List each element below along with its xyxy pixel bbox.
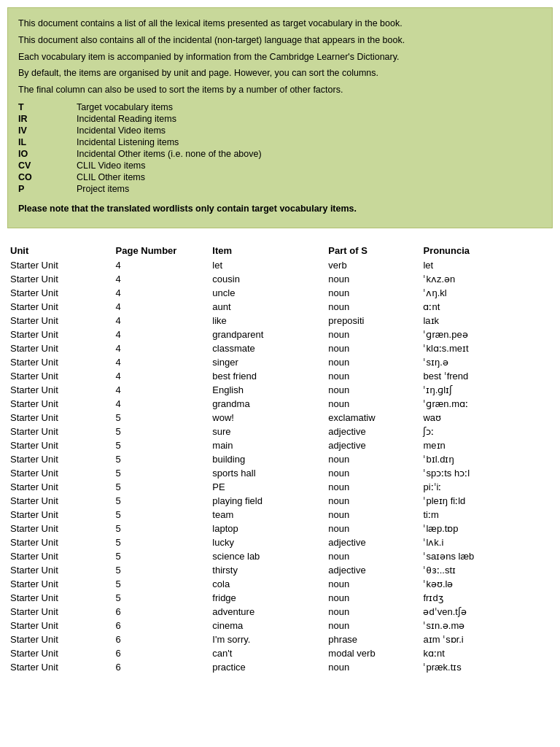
table-cell: exclamatiw — [328, 411, 423, 425]
key-code: IL — [18, 136, 77, 148]
table-cell: 4 — [116, 369, 213, 383]
table-cell: 4 — [116, 397, 213, 411]
table-row: Starter Unit6can'tmodal verbkɑːnt — [10, 646, 550, 660]
table-row: Starter Unit4likeprepositilaɪk — [10, 314, 550, 328]
table-cell: best ˈfrend — [423, 369, 550, 383]
key-row: CVCLIL Video items — [18, 160, 265, 171]
table-cell: adjective — [328, 425, 423, 438]
table-cell: noun — [328, 494, 423, 508]
table-cell: 4 — [116, 328, 213, 341]
table-cell: 6 — [116, 632, 213, 646]
table-cell: cousin — [212, 272, 328, 286]
table-cell: let — [423, 258, 550, 272]
table-cell: aunt — [212, 300, 328, 314]
table-cell: Starter Unit — [10, 577, 116, 591]
table-row: Starter Unit4letverblet — [10, 258, 550, 272]
table-header[interactable]: Page Number — [116, 243, 213, 258]
table-cell: Starter Unit — [10, 591, 116, 605]
table-cell: 5 — [116, 577, 213, 591]
table-cell: ˈɡræn.mɑː — [423, 397, 550, 411]
table-cell: 5 — [116, 522, 213, 535]
key-code: CO — [18, 171, 77, 183]
table-cell: noun — [328, 591, 423, 605]
table-cell: noun — [328, 452, 423, 466]
table-cell: noun — [328, 341, 423, 355]
table-cell: kɑːnt — [423, 646, 550, 660]
table-cell: ˈsɪn.ə.mə — [423, 619, 550, 632]
table-cell: noun — [328, 605, 423, 619]
table-cell: 5 — [116, 563, 213, 577]
key-label: Incidental Other items (i.e. none of the… — [77, 148, 265, 160]
table-header[interactable]: Item — [212, 243, 328, 258]
table-cell: adjective — [328, 535, 423, 549]
table-cell: 5 — [116, 494, 213, 508]
table-cell: 5 — [116, 480, 213, 494]
table-cell: Starter Unit — [10, 258, 116, 272]
table-cell: adjective — [328, 563, 423, 577]
table-cell: main — [212, 438, 328, 452]
table-cell: 4 — [116, 272, 213, 286]
table-row: Starter Unit5PEnounpiːˈiː — [10, 480, 550, 494]
table-cell: ˈspɔːts hɔːl — [423, 466, 550, 480]
table-header[interactable]: Part of S — [328, 243, 423, 258]
table-cell: Starter Unit — [10, 494, 116, 508]
key-code: IV — [18, 125, 77, 136]
table-cell: frɪdʒ — [423, 591, 550, 605]
table-cell: Starter Unit — [10, 632, 116, 646]
table-cell: 5 — [116, 549, 213, 563]
info-box: This document contains a list of all the… — [7, 7, 553, 228]
table-cell: 5 — [116, 535, 213, 549]
table-header[interactable]: Unit — [10, 243, 116, 258]
table-cell: Starter Unit — [10, 480, 116, 494]
table-cell: uncle — [212, 286, 328, 300]
table-cell: noun — [328, 369, 423, 383]
info-para-5: The final column can also be used to sor… — [18, 83, 542, 97]
table-cell: 5 — [116, 411, 213, 425]
table-cell: 6 — [116, 646, 213, 660]
table-cell: ˈkʌz.ən — [423, 272, 550, 286]
table-cell: Starter Unit — [10, 272, 116, 286]
table-cell: ˈɡræn.peə — [423, 328, 550, 341]
table-row: Starter Unit5sports hallnounˈspɔːts hɔːl — [10, 466, 550, 480]
table-cell: noun — [328, 355, 423, 369]
table-cell: ˈʌŋ.kl — [423, 286, 550, 300]
key-label: CLIL Other items — [77, 171, 265, 183]
table-cell: Starter Unit — [10, 466, 116, 480]
key-row: TTarget vocabulary items — [18, 101, 265, 113]
table-cell: Starter Unit — [10, 328, 116, 341]
table-row: Starter Unit6practicenounˈpræk.tɪs — [10, 660, 550, 674]
table-cell: 4 — [116, 300, 213, 314]
table-cell: phrase — [328, 632, 423, 646]
table-cell: noun — [328, 300, 423, 314]
key-row: COCLIL Other items — [18, 171, 265, 183]
table-cell: let — [212, 258, 328, 272]
table-cell: modal verb — [328, 646, 423, 660]
table-cell: ˈklɑːs.meɪt — [423, 341, 550, 355]
table-cell: 4 — [116, 383, 213, 397]
table-cell: Starter Unit — [10, 286, 116, 300]
key-row: IRIncidental Reading items — [18, 113, 265, 125]
table-row: Starter Unit4singernounˈsɪŋ.ə — [10, 355, 550, 369]
table-cell: noun — [328, 577, 423, 591]
table-cell: Starter Unit — [10, 411, 116, 425]
vocab-table-wrapper: UnitPage NumberItemPart of SPronuncia St… — [0, 236, 560, 681]
table-cell: ˈθɜː..stɪ — [423, 563, 550, 577]
table-cell: Starter Unit — [10, 383, 116, 397]
table-cell: singer — [212, 355, 328, 369]
table-cell: 5 — [116, 508, 213, 522]
table-cell: meɪn — [423, 438, 550, 452]
table-cell: noun — [328, 508, 423, 522]
table-cell: 5 — [116, 591, 213, 605]
key-row: IVIncidental Video items — [18, 125, 265, 136]
table-cell: noun — [328, 383, 423, 397]
table-row: Starter Unit5playing fieldnounˈpleɪŋ fiː… — [10, 494, 550, 508]
table-cell: ˈlæp.tɒp — [423, 522, 550, 535]
table-cell: Starter Unit — [10, 314, 116, 328]
table-cell: 6 — [116, 605, 213, 619]
table-row: Starter Unit5fridgenounfrɪdʒ — [10, 591, 550, 605]
key-label: Incidental Listening items — [77, 136, 265, 148]
table-cell: 5 — [116, 466, 213, 480]
table-cell: Starter Unit — [10, 300, 116, 314]
table-header[interactable]: Pronuncia — [423, 243, 550, 258]
key-code: IR — [18, 113, 77, 125]
